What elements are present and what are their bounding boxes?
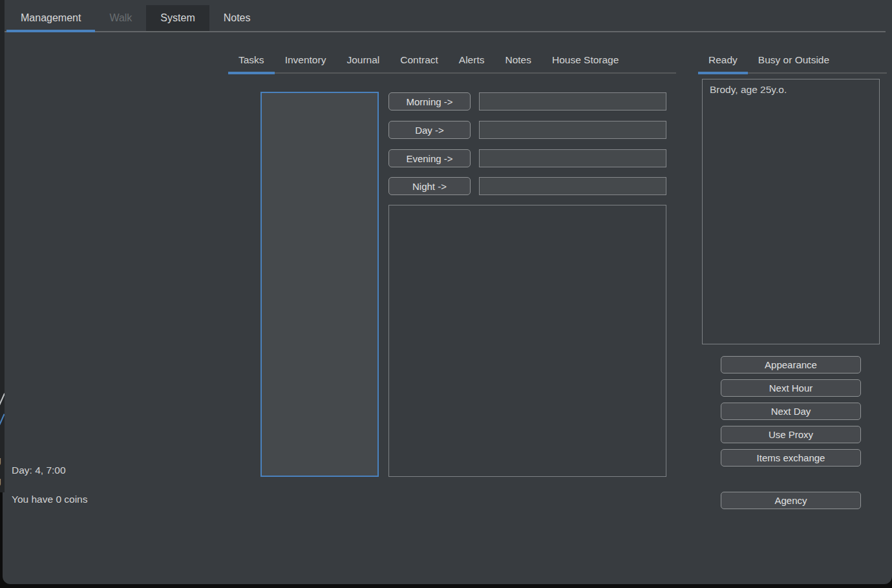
active-tab-underline (228, 72, 275, 74)
tab-inventory-label: Inventory (285, 54, 326, 66)
next-hour-button[interactable]: Next Hour (721, 379, 861, 397)
management-tabbar: Tasks Inventory Journal Contract Alerts … (228, 48, 676, 74)
day-button[interactable]: Day -> (388, 121, 471, 139)
tab-busy-or-outside[interactable]: Busy or Outside (748, 48, 840, 72)
tab-notes-sub-label: Notes (505, 54, 531, 66)
main-tabs: Management Walk System Notes (6, 5, 265, 31)
edge-fragment-icon (0, 393, 5, 405)
tab-alerts-label: Alerts (459, 54, 485, 66)
edge-fragment-icon (0, 414, 5, 425)
tab-tasks-label: Tasks (239, 54, 264, 66)
main-tabbar-separator (3, 31, 886, 32)
evening-task-field[interactable] (479, 149, 666, 167)
morning-button[interactable]: Morning -> (388, 92, 471, 110)
edge-fragment-glyph: g (0, 455, 1, 465)
tab-walk-label: Walk (109, 12, 132, 24)
morning-task-field[interactable] (479, 92, 666, 110)
tab-notes-label: Notes (224, 12, 251, 24)
edge-fragment-glyph: g (0, 476, 1, 486)
tab-tasks[interactable]: Tasks (228, 48, 275, 72)
task-details-panel (388, 205, 666, 477)
evening-button[interactable]: Evening -> (388, 149, 471, 167)
main-tabbar: Management Walk System Notes (3, 0, 892, 32)
task-list-panel[interactable] (260, 92, 379, 477)
tab-journal[interactable]: Journal (336, 48, 390, 72)
tab-house-storage-label: House Storage (552, 54, 619, 66)
tab-house-storage[interactable]: House Storage (542, 48, 629, 72)
tab-system[interactable]: System (146, 5, 209, 31)
tab-walk[interactable]: Walk (95, 5, 146, 31)
night-task-field[interactable] (479, 177, 666, 195)
active-tab-underline (698, 72, 748, 74)
tab-system-label: System (160, 12, 195, 24)
day-task-field[interactable] (479, 121, 666, 139)
tab-contract-label: Contract (400, 54, 438, 66)
tab-alerts[interactable]: Alerts (449, 48, 495, 72)
items-exchange-button[interactable]: Items exchange (721, 449, 861, 467)
screen: g g Management Walk System Notes Tasks (0, 0, 892, 588)
roster-tabbar: Ready Busy or Outside (698, 48, 887, 74)
appearance-button[interactable]: Appearance (721, 356, 861, 373)
coins-label: You have 0 coins (12, 494, 88, 505)
tab-management-label: Management (21, 12, 81, 24)
tab-ready-label: Ready (708, 54, 738, 66)
background-window-edge: g g (0, 0, 5, 492)
day-time-label: Day: 4, 7:00 (12, 465, 66, 476)
night-button[interactable]: Night -> (388, 177, 471, 195)
tab-notes[interactable]: Notes (209, 5, 265, 31)
tab-busy-or-outside-label: Busy or Outside (758, 54, 829, 66)
tab-notes-sub[interactable]: Notes (494, 48, 542, 72)
use-proxy-button[interactable]: Use Proxy (721, 426, 861, 443)
tab-inventory[interactable]: Inventory (275, 48, 337, 72)
roster-item-brody[interactable]: Brody, age 25y.o. (703, 79, 879, 97)
tab-contract[interactable]: Contract (390, 48, 449, 72)
tab-ready[interactable]: Ready (698, 48, 748, 72)
agency-button[interactable]: Agency (721, 492, 861, 509)
tab-journal-label: Journal (346, 54, 379, 66)
tab-management[interactable]: Management (6, 5, 95, 31)
active-tab-underline (6, 30, 95, 32)
roster-list: Brody, age 25y.o. (702, 79, 880, 344)
next-day-button[interactable]: Next Day (721, 403, 861, 420)
